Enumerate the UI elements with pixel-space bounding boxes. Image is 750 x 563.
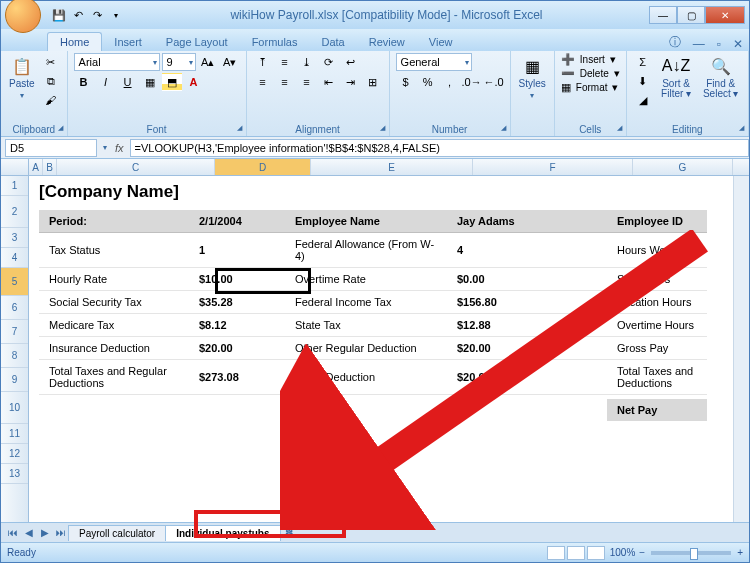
- colhead-f[interactable]: F: [473, 159, 633, 175]
- cell[interactable]: Federal Income Tax: [285, 291, 447, 314]
- grow-font-icon[interactable]: A▴: [198, 53, 218, 71]
- tab-nav-prev-icon[interactable]: ◀: [21, 527, 37, 538]
- fx-icon[interactable]: fx: [109, 142, 130, 154]
- colhead-b[interactable]: B: [43, 159, 57, 175]
- rowhead[interactable]: 11: [1, 424, 28, 444]
- rowhead[interactable]: 9: [1, 368, 28, 392]
- tab-nav-next-icon[interactable]: ▶: [37, 527, 53, 538]
- doc-close-icon[interactable]: ✕: [727, 37, 749, 51]
- tab-home[interactable]: Home: [47, 32, 102, 51]
- colhead-e[interactable]: E: [311, 159, 473, 175]
- cell[interactable]: Federal Allowance (From W-4): [285, 233, 447, 268]
- colhead-d[interactable]: D: [215, 159, 311, 175]
- cell[interactable]: Other Regular Deduction: [285, 337, 447, 360]
- cell[interactable]: $273.08: [189, 360, 285, 395]
- format-painter-icon[interactable]: 🖌: [41, 91, 61, 109]
- zoom-out-icon[interactable]: −: [639, 547, 645, 558]
- maximize-button[interactable]: ▢: [677, 6, 705, 24]
- cut-icon[interactable]: ✂: [41, 53, 61, 71]
- colhead-g[interactable]: G: [633, 159, 733, 175]
- formula-input[interactable]: =VLOOKUP(H3,'Employee information'!$B$4:…: [130, 139, 749, 157]
- cell[interactable]: Tax Status: [39, 233, 189, 268]
- page-break-view-icon[interactable]: [587, 546, 605, 560]
- underline-button[interactable]: U: [118, 73, 138, 91]
- cell[interactable]: Insurance Deduction: [39, 337, 189, 360]
- close-button[interactable]: ✕: [705, 6, 745, 24]
- cell[interactable]: $35.28: [189, 291, 285, 314]
- namebox-dropdown-icon[interactable]: ▾: [101, 143, 109, 152]
- align-center-icon[interactable]: ≡: [275, 73, 295, 91]
- clear-icon[interactable]: ◢: [633, 91, 653, 109]
- cell[interactable]: $20.00: [447, 360, 607, 395]
- italic-button[interactable]: I: [96, 73, 116, 91]
- number-format-combo[interactable]: General: [396, 53, 472, 71]
- tab-view[interactable]: View: [417, 33, 465, 51]
- cell[interactable]: Total Taxes and Deductions: [607, 360, 707, 395]
- cell[interactable]: Gross Pay: [607, 337, 707, 360]
- colhead-a[interactable]: A: [29, 159, 43, 175]
- normal-view-icon[interactable]: [547, 546, 565, 560]
- cell[interactable]: $12.88: [447, 314, 607, 337]
- currency-icon[interactable]: $: [396, 73, 416, 91]
- redo-icon[interactable]: ↷: [89, 7, 105, 23]
- name-box[interactable]: D5: [5, 139, 97, 157]
- percent-icon[interactable]: %: [418, 73, 438, 91]
- cell[interactable]: $156.80: [447, 291, 607, 314]
- cell[interactable]: $0.00: [447, 268, 607, 291]
- align-middle-icon[interactable]: ≡: [275, 53, 295, 71]
- bold-button[interactable]: B: [74, 73, 94, 91]
- rowhead[interactable]: 7: [1, 320, 28, 344]
- cell[interactable]: Social Security Tax: [39, 291, 189, 314]
- cell[interactable]: Overtime Hours: [607, 314, 707, 337]
- new-sheet-icon[interactable]: ✽: [281, 527, 297, 538]
- font-color-button[interactable]: A: [184, 73, 204, 91]
- cell[interactable]: $10.00: [189, 268, 285, 291]
- sheet-tab-paystubs[interactable]: Individual paystubs: [165, 525, 280, 541]
- tab-data[interactable]: Data: [309, 33, 356, 51]
- tab-review[interactable]: Review: [357, 33, 417, 51]
- cell[interactable]: Overtime Rate: [285, 268, 447, 291]
- align-top-icon[interactable]: ⤒: [253, 53, 273, 71]
- insert-button[interactable]: ➕Insert▾: [561, 53, 616, 66]
- worksheet[interactable]: A B C D E F G 1 2 3 4 5 6 7 8 9 10 11 12…: [1, 159, 749, 522]
- zoom-in-icon[interactable]: +: [737, 547, 743, 558]
- minimize-button[interactable]: —: [649, 6, 677, 24]
- tab-nav-first-icon[interactable]: ⏮: [5, 527, 21, 538]
- save-icon[interactable]: 💾: [51, 7, 67, 23]
- wrap-text-button[interactable]: ↩: [341, 53, 361, 71]
- doc-restore-icon[interactable]: ▫: [711, 37, 727, 51]
- cell[interactable]: 4: [447, 233, 607, 268]
- tab-formulas[interactable]: Formulas: [240, 33, 310, 51]
- cell[interactable]: Hours Worked: [607, 233, 707, 268]
- rowhead[interactable]: 5: [1, 268, 28, 296]
- cell[interactable]: $8.12: [189, 314, 285, 337]
- rowhead[interactable]: 2: [1, 196, 28, 228]
- merge-button[interactable]: ⊞: [363, 73, 383, 91]
- zoom-slider[interactable]: [651, 551, 731, 555]
- cells-area[interactable]: [Company Name] Period: 2/1/2004 Employee…: [29, 176, 733, 522]
- tab-page-layout[interactable]: Page Layout: [154, 33, 240, 51]
- rowhead[interactable]: 8: [1, 344, 28, 368]
- cell[interactable]: Medicare Tax: [39, 314, 189, 337]
- format-button[interactable]: ▦Format▾: [561, 81, 619, 94]
- rowhead[interactable]: 1: [1, 176, 28, 196]
- decrease-indent-icon[interactable]: ⇤: [319, 73, 339, 91]
- autosum-icon[interactable]: Σ: [633, 53, 653, 71]
- styles-button[interactable]: ▦ Styles ▾: [517, 53, 548, 102]
- find-select-button[interactable]: 🔍 Find & Select ▾: [699, 53, 742, 101]
- decrease-decimal-icon[interactable]: ←.0: [484, 73, 504, 91]
- cell[interactable]: State Tax: [285, 314, 447, 337]
- page-layout-view-icon[interactable]: [567, 546, 585, 560]
- font-name-combo[interactable]: Arial: [74, 53, 160, 71]
- delete-button[interactable]: ➖Delete▾: [561, 67, 620, 80]
- copy-icon[interactable]: ⧉: [41, 72, 61, 90]
- tab-insert[interactable]: Insert: [102, 33, 154, 51]
- cell[interactable]: Total Taxes and Regular Deductions: [39, 360, 189, 395]
- cell[interactable]: 1: [189, 233, 285, 268]
- sheet-tab-payroll[interactable]: Payroll calculator: [68, 525, 166, 541]
- rowhead[interactable]: 12: [1, 444, 28, 464]
- rowhead[interactable]: 6: [1, 296, 28, 320]
- align-bottom-icon[interactable]: ⤓: [297, 53, 317, 71]
- cell[interactable]: Sick Hours: [607, 268, 707, 291]
- orientation-icon[interactable]: ⟳: [319, 53, 339, 71]
